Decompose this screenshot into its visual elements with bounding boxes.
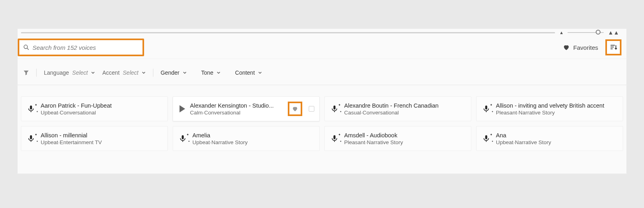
chevron-down-icon xyxy=(183,71,187,75)
divider xyxy=(153,69,153,77)
voice-card[interactable]: ✦✦ Amelia Upbeat·Narrative Story xyxy=(173,126,320,151)
top-strip: ▲ ▲▲ xyxy=(18,29,626,36)
voice-subtitle: Upbeat·Narrative Story xyxy=(496,139,618,145)
mic-icon: ✦✦ xyxy=(330,134,339,143)
sort-button[interactable] xyxy=(605,39,621,55)
divider xyxy=(36,69,37,77)
chevron-down-icon xyxy=(217,71,221,75)
chevron-down-icon xyxy=(91,71,95,75)
search-icon xyxy=(23,44,29,51)
voice-subtitle: Calm·Conversational xyxy=(190,110,283,116)
voice-subtitle: Upbeat·Conversational xyxy=(41,110,163,116)
voice-title: Alexander Kensington - Studio... xyxy=(190,102,283,109)
play-icon[interactable] xyxy=(180,105,185,112)
voice-subtitle: Pleasant·Narrative Story xyxy=(344,139,466,145)
content-filter[interactable]: Content xyxy=(235,69,262,76)
voice-title: Aaron Patrick - Fun-Upbeat xyxy=(41,102,163,109)
mic-icon: ✦✦ xyxy=(26,134,36,143)
select-checkbox[interactable] xyxy=(309,106,314,112)
language-label: Language xyxy=(44,69,69,76)
voice-title: Ana xyxy=(496,132,618,139)
search-box[interactable] xyxy=(18,39,144,56)
zoom-track[interactable] xyxy=(568,32,604,33)
voice-card[interactable]: Alexander Kensington - Studio... Calm·Co… xyxy=(173,96,320,121)
voice-grid: ✦✦ Aaron Patrick - Fun-Upbeat Upbeat·Con… xyxy=(18,85,626,155)
voice-card[interactable]: ✦✦ Aaron Patrick - Fun-Upbeat Upbeat·Con… xyxy=(21,96,168,121)
mic-icon: ✦✦ xyxy=(178,134,188,143)
voice-title: Allison - millennial xyxy=(41,132,163,139)
voice-browser-panel: ▲ ▲▲ Favorites xyxy=(18,29,626,173)
favorite-button[interactable] xyxy=(288,102,302,116)
sort-icon xyxy=(610,44,617,51)
search-row: Favorites xyxy=(18,36,626,59)
voice-subtitle: Upbeat·Narrative Story xyxy=(192,139,314,145)
svg-point-0 xyxy=(24,45,27,49)
heart-icon xyxy=(563,44,570,51)
favorites-toggle[interactable]: Favorites xyxy=(559,42,601,53)
tone-filter[interactable]: Tone xyxy=(201,69,221,76)
zoom-control[interactable]: ▲ ▲▲ xyxy=(559,29,623,36)
voice-card[interactable]: ✦✦ Allison - millennial Upbeat·Entertain… xyxy=(21,126,168,151)
accent-value: Select xyxy=(123,69,138,76)
tone-label: Tone xyxy=(201,69,213,76)
mic-icon: ✦✦ xyxy=(26,104,36,114)
language-filter[interactable]: Language Select xyxy=(44,69,95,76)
zoom-in-icon: ▲▲ xyxy=(608,29,619,36)
svg-line-1 xyxy=(27,48,29,50)
zoom-out-icon: ▲ xyxy=(559,30,564,35)
voice-subtitle: Pleasant·Narrative Story xyxy=(496,110,618,116)
accent-label: Accent xyxy=(102,69,120,76)
chevron-down-icon xyxy=(142,71,146,75)
content-label: Content xyxy=(235,69,255,76)
filter-icon[interactable] xyxy=(23,70,29,75)
favorites-label: Favorites xyxy=(573,44,598,51)
accent-filter[interactable]: Accent Select xyxy=(102,69,146,76)
voice-card[interactable]: ✦✦ Allison - inviting and velvety Britis… xyxy=(476,96,623,121)
voice-card[interactable]: ✦✦ Amsdell - Audiobook Pleasant·Narrativ… xyxy=(324,126,471,151)
gender-filter[interactable]: Gender xyxy=(161,69,187,76)
voice-title: Allison - inviting and velvety British a… xyxy=(496,102,618,109)
voice-subtitle: Upbeat·Entertainment TV xyxy=(41,139,163,145)
zoom-knob[interactable] xyxy=(596,30,601,35)
gender-label: Gender xyxy=(161,69,180,76)
mic-icon: ✦✦ xyxy=(330,104,339,114)
voice-subtitle: Casual·Conversational xyxy=(344,110,466,116)
search-input[interactable] xyxy=(33,44,138,51)
mic-icon: ✦✦ xyxy=(481,104,491,114)
voice-card[interactable]: ✦✦ Ana Upbeat·Narrative Story xyxy=(476,126,623,151)
voice-title: Amelia xyxy=(192,132,314,139)
chevron-down-icon xyxy=(258,71,262,75)
voice-title: Alexandre Boutin - French Canadian xyxy=(344,102,466,109)
mic-icon: ✦✦ xyxy=(481,134,491,143)
language-value: Select xyxy=(72,69,88,76)
scrub-line xyxy=(21,32,555,33)
voice-card[interactable]: ✦✦ Alexandre Boutin - French Canadian Ca… xyxy=(324,96,471,121)
voice-title: Amsdell - Audiobook xyxy=(344,132,466,139)
filter-row: Language Select Accent Select Gender Ton… xyxy=(18,59,626,85)
heart-icon xyxy=(292,106,298,112)
